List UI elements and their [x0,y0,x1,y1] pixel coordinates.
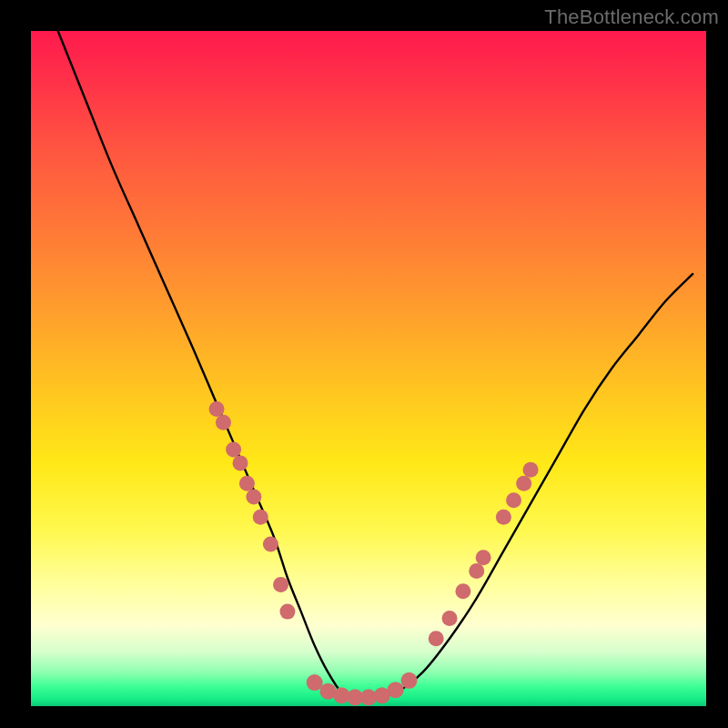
bottleneck-curve [58,31,693,701]
data-point [279,604,295,620]
data-point [516,476,531,491]
data-point [476,550,491,565]
data-point [216,415,231,430]
data-point [429,631,444,646]
data-point [246,489,261,504]
data-point [233,455,248,470]
data-point [506,492,521,508]
data-markers [209,401,539,705]
data-point [496,510,511,525]
data-point [523,462,539,478]
data-point [253,510,268,525]
outer-frame: TheBottleneck.com [0,0,728,728]
data-point [388,682,404,698]
data-point [442,611,458,626]
data-point [455,583,470,599]
data-point [273,577,288,592]
watermark-text: TheBottleneck.com [544,5,719,29]
data-point [401,672,418,689]
data-point [226,442,241,458]
plot-area [31,31,706,706]
data-point [469,563,484,579]
chart-svg [31,31,706,706]
data-point [239,476,255,491]
data-point [263,536,278,551]
data-point [307,674,323,691]
data-point [209,401,225,417]
